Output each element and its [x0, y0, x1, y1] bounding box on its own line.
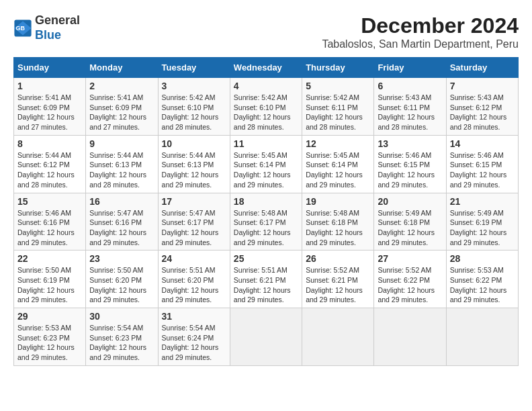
day-number: 10: [162, 138, 226, 149]
day-number: 13: [378, 138, 442, 149]
calendar-cell: 17Sunrise: 5:47 AMSunset: 6:17 PMDayligh…: [158, 193, 230, 250]
day-number: 9: [89, 138, 154, 149]
day-info: Sunrise: 5:47 AMSunset: 6:16 PMDaylight:…: [89, 208, 154, 248]
day-number: 28: [450, 253, 515, 264]
day-info: Sunrise: 5:50 AMSunset: 6:20 PMDaylight:…: [89, 265, 154, 305]
calendar-cell: [302, 308, 374, 366]
calendar-cell: 6Sunrise: 5:43 AMSunset: 6:11 PMDaylight…: [374, 78, 446, 136]
calendar-cell: 22Sunrise: 5:50 AMSunset: 6:19 PMDayligh…: [14, 250, 86, 308]
calendar-cell: 28Sunrise: 5:53 AMSunset: 6:22 PMDayligh…: [446, 250, 518, 308]
day-info: Sunrise: 5:42 AMSunset: 6:10 PMDaylight:…: [234, 93, 298, 132]
day-info: Sunrise: 5:43 AMSunset: 6:11 PMDaylight:…: [378, 93, 442, 132]
calendar-cell: 24Sunrise: 5:51 AMSunset: 6:20 PMDayligh…: [158, 250, 230, 308]
day-number: 3: [162, 81, 226, 91]
calendar-cell: 13Sunrise: 5:46 AMSunset: 6:15 PMDayligh…: [374, 135, 446, 193]
day-info: Sunrise: 5:51 AMSunset: 6:21 PMDaylight:…: [234, 265, 298, 305]
calendar-cell: [374, 308, 446, 366]
calendar-cell: 23Sunrise: 5:50 AMSunset: 6:20 PMDayligh…: [86, 250, 158, 308]
calendar-body: 1Sunrise: 5:41 AMSunset: 6:09 PMDaylight…: [14, 78, 519, 366]
day-number: 26: [306, 253, 370, 264]
day-info: Sunrise: 5:51 AMSunset: 6:20 PMDaylight:…: [162, 265, 226, 305]
day-number: 30: [89, 311, 154, 322]
weekday-header-friday: Friday: [374, 58, 446, 78]
day-number: 19: [306, 196, 370, 207]
calendar-cell: 27Sunrise: 5:52 AMSunset: 6:22 PMDayligh…: [374, 250, 446, 308]
calendar-cell: 4Sunrise: 5:42 AMSunset: 6:10 PMDaylight…: [230, 78, 302, 136]
calendar-cell: 3Sunrise: 5:42 AMSunset: 6:10 PMDaylight…: [158, 78, 230, 136]
day-info: Sunrise: 5:53 AMSunset: 6:23 PMDaylight:…: [17, 323, 82, 363]
title-block: December 2024 Tabaloslos, San Martin Dep…: [322, 13, 519, 50]
calendar-cell: 5Sunrise: 5:42 AMSunset: 6:11 PMDaylight…: [302, 78, 374, 136]
day-number: 24: [162, 253, 226, 264]
weekday-header-wednesday: Wednesday: [230, 58, 302, 78]
day-info: Sunrise: 5:53 AMSunset: 6:22 PMDaylight:…: [450, 265, 515, 305]
day-info: Sunrise: 5:52 AMSunset: 6:21 PMDaylight:…: [306, 265, 370, 305]
day-info: Sunrise: 5:42 AMSunset: 6:11 PMDaylight:…: [306, 93, 370, 132]
day-number: 25: [234, 253, 298, 264]
day-number: 1: [17, 81, 82, 91]
day-number: 12: [306, 138, 370, 149]
calendar-cell: 9Sunrise: 5:44 AMSunset: 6:13 PMDaylight…: [86, 135, 158, 193]
weekday-header-saturday: Saturday: [446, 58, 518, 78]
weekday-header-monday: Monday: [86, 58, 158, 78]
day-number: 31: [162, 311, 226, 322]
day-info: Sunrise: 5:41 AMSunset: 6:09 PMDaylight:…: [89, 93, 154, 132]
calendar-cell: 10Sunrise: 5:44 AMSunset: 6:13 PMDayligh…: [158, 135, 230, 193]
day-number: 27: [378, 253, 442, 264]
day-info: Sunrise: 5:45 AMSunset: 6:14 PMDaylight:…: [306, 150, 370, 190]
calendar-cell: 25Sunrise: 5:51 AMSunset: 6:21 PMDayligh…: [230, 250, 302, 308]
day-number: 4: [234, 81, 298, 91]
day-info: Sunrise: 5:48 AMSunset: 6:18 PMDaylight:…: [306, 208, 370, 248]
calendar-cell: 31Sunrise: 5:54 AMSunset: 6:24 PMDayligh…: [158, 308, 230, 366]
calendar-cell: 26Sunrise: 5:52 AMSunset: 6:21 PMDayligh…: [302, 250, 374, 308]
day-number: 6: [378, 81, 442, 91]
day-info: Sunrise: 5:45 AMSunset: 6:14 PMDaylight:…: [234, 150, 298, 190]
general-blue-logo-icon: GB: [13, 19, 32, 38]
day-number: 20: [378, 196, 442, 207]
day-info: Sunrise: 5:52 AMSunset: 6:22 PMDaylight:…: [378, 265, 442, 305]
day-info: Sunrise: 5:41 AMSunset: 6:09 PMDaylight:…: [17, 93, 82, 132]
day-number: 2: [89, 81, 154, 91]
day-number: 14: [450, 138, 515, 149]
svg-text:GB: GB: [16, 24, 26, 31]
day-number: 29: [17, 311, 82, 322]
day-number: 16: [89, 196, 154, 207]
calendar-cell: 8Sunrise: 5:44 AMSunset: 6:12 PMDaylight…: [14, 135, 86, 193]
day-number: 11: [234, 138, 298, 149]
calendar-cell: 7Sunrise: 5:43 AMSunset: 6:12 PMDaylight…: [446, 78, 518, 136]
day-number: 21: [450, 196, 515, 207]
calendar-cell: 11Sunrise: 5:45 AMSunset: 6:14 PMDayligh…: [230, 135, 302, 193]
calendar-cell: 29Sunrise: 5:53 AMSunset: 6:23 PMDayligh…: [14, 308, 86, 366]
day-info: Sunrise: 5:54 AMSunset: 6:24 PMDaylight:…: [162, 323, 226, 363]
page-header: GB General Blue December 2024 Tabaloslos…: [13, 13, 519, 50]
day-number: 8: [17, 138, 82, 149]
calendar-cell: 20Sunrise: 5:49 AMSunset: 6:18 PMDayligh…: [374, 193, 446, 250]
calendar-table: SundayMondayTuesdayWednesdayThursdayFrid…: [13, 57, 519, 366]
calendar-cell: 30Sunrise: 5:54 AMSunset: 6:23 PMDayligh…: [86, 308, 158, 366]
calendar-cell: 2Sunrise: 5:41 AMSunset: 6:09 PMDaylight…: [86, 78, 158, 136]
day-info: Sunrise: 5:44 AMSunset: 6:13 PMDaylight:…: [162, 150, 226, 190]
calendar-cell: 19Sunrise: 5:48 AMSunset: 6:18 PMDayligh…: [302, 193, 374, 250]
day-info: Sunrise: 5:48 AMSunset: 6:17 PMDaylight:…: [234, 208, 298, 248]
day-info: Sunrise: 5:44 AMSunset: 6:13 PMDaylight:…: [89, 150, 154, 190]
weekday-header-tuesday: Tuesday: [158, 58, 230, 78]
day-info: Sunrise: 5:46 AMSunset: 6:15 PMDaylight:…: [378, 150, 442, 190]
calendar-cell: [230, 308, 302, 366]
calendar-cell: 1Sunrise: 5:41 AMSunset: 6:09 PMDaylight…: [14, 78, 86, 136]
calendar-week-row: 29Sunrise: 5:53 AMSunset: 6:23 PMDayligh…: [14, 308, 519, 366]
logo-text: General Blue: [35, 13, 80, 42]
calendar-week-row: 22Sunrise: 5:50 AMSunset: 6:19 PMDayligh…: [14, 250, 519, 308]
calendar-cell: 21Sunrise: 5:49 AMSunset: 6:19 PMDayligh…: [446, 193, 518, 250]
weekday-header-row: SundayMondayTuesdayWednesdayThursdayFrid…: [14, 58, 519, 78]
weekday-header-sunday: Sunday: [14, 58, 86, 78]
calendar-cell: 18Sunrise: 5:48 AMSunset: 6:17 PMDayligh…: [230, 193, 302, 250]
month-year-title: December 2024: [322, 13, 519, 38]
logo: GB General Blue: [13, 13, 80, 42]
day-number: 18: [234, 196, 298, 207]
day-info: Sunrise: 5:42 AMSunset: 6:10 PMDaylight:…: [162, 93, 226, 132]
day-info: Sunrise: 5:54 AMSunset: 6:23 PMDaylight:…: [89, 323, 154, 363]
day-info: Sunrise: 5:47 AMSunset: 6:17 PMDaylight:…: [162, 208, 226, 248]
day-number: 5: [306, 81, 370, 91]
weekday-header-thursday: Thursday: [302, 58, 374, 78]
day-info: Sunrise: 5:44 AMSunset: 6:12 PMDaylight:…: [17, 150, 82, 190]
